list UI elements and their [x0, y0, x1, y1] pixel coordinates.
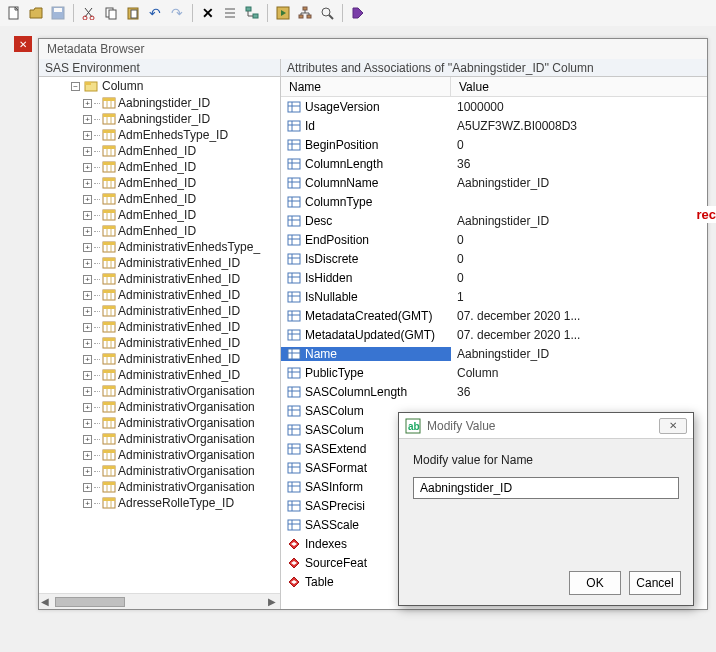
expand-icon[interactable]: +	[83, 99, 92, 108]
attribute-row[interactable]: MetadataUpdated(GMT)07. december 2020 1.…	[281, 325, 707, 344]
scrollbar-thumb[interactable]	[55, 597, 125, 607]
tree-item[interactable]: +AdministrativEnhed_ID	[39, 255, 280, 271]
expand-icon[interactable]: +	[83, 179, 92, 188]
tree-item[interactable]: +AdministrativEnhed_ID	[39, 367, 280, 383]
cancel-button[interactable]: Cancel	[629, 571, 681, 595]
expand-icon[interactable]: +	[83, 467, 92, 476]
expand-icon[interactable]: +	[83, 275, 92, 284]
tree-item[interactable]: +AdministrativOrganisation	[39, 447, 280, 463]
collapse-icon[interactable]: −	[71, 82, 80, 91]
attribute-row[interactable]: DescAabningstider_ID	[281, 211, 707, 230]
expand-icon[interactable]: +	[83, 403, 92, 412]
tree-icon[interactable]	[242, 3, 262, 23]
tree-item[interactable]: +AdministrativEnhed_ID	[39, 335, 280, 351]
attribute-row[interactable]: IsDiscrete0	[281, 249, 707, 268]
help-icon[interactable]	[348, 3, 368, 23]
tree-item[interactable]: +AdministrativOrganisation	[39, 463, 280, 479]
column-header-name[interactable]: Name	[281, 77, 451, 96]
expand-icon[interactable]: +	[83, 243, 92, 252]
expand-icon[interactable]: +	[83, 387, 92, 396]
tree-item[interactable]: +AdministrativEnhed_ID	[39, 287, 280, 303]
run-icon[interactable]	[273, 3, 293, 23]
attribute-row[interactable]: EndPosition0	[281, 230, 707, 249]
expand-icon[interactable]: +	[83, 323, 92, 332]
attribute-row[interactable]: ColumnType	[281, 192, 707, 211]
tree-item[interactable]: +AdmEnhedsType_ID	[39, 127, 280, 143]
tree-item[interactable]: +AdministrativOrganisation	[39, 383, 280, 399]
tree-item[interactable]: +AdministrativEnhed_ID	[39, 303, 280, 319]
tree-node-column[interactable]: − Column	[39, 77, 280, 95]
tree-item[interactable]: +AdministrativEnhed_ID	[39, 351, 280, 367]
tree-item[interactable]: +AdministrativEnhed_ID	[39, 319, 280, 335]
tree-item[interactable]: +AdmEnhed_ID	[39, 143, 280, 159]
ok-button[interactable]: OK	[569, 571, 621, 595]
expand-icon[interactable]: +	[83, 307, 92, 316]
tree-item[interactable]: +AdmEnhed_ID	[39, 207, 280, 223]
attribute-row[interactable]: IsHidden0	[281, 268, 707, 287]
expand-icon[interactable]: +	[83, 451, 92, 460]
separator-icon	[73, 4, 74, 22]
expand-icon[interactable]: +	[83, 115, 92, 124]
expand-icon[interactable]: +	[83, 211, 92, 220]
tree-item[interactable]: +AdministrativOrganisation	[39, 479, 280, 495]
expand-icon[interactable]: +	[83, 435, 92, 444]
tree-item[interactable]: +AdmEnhed_ID	[39, 175, 280, 191]
attribute-row[interactable]: PublicTypeColumn	[281, 363, 707, 382]
separator-icon	[192, 4, 193, 22]
attribute-row[interactable]: ColumnNameAabningstider_ID	[281, 173, 707, 192]
expand-icon[interactable]: +	[83, 227, 92, 236]
expand-icon[interactable]: +	[83, 163, 92, 172]
attribute-row[interactable]: BeginPosition0	[281, 135, 707, 154]
expand-icon[interactable]: +	[83, 259, 92, 268]
expand-icon[interactable]: +	[83, 291, 92, 300]
attribute-row[interactable]: SASColumnLength36	[281, 382, 707, 401]
find-icon[interactable]	[317, 3, 337, 23]
dialog-titlebar[interactable]: ab Modify Value ✕	[399, 413, 693, 439]
paste-icon[interactable]	[123, 3, 143, 23]
new-icon[interactable]	[4, 3, 24, 23]
attribute-row[interactable]: NameAabningstider_ID	[281, 344, 707, 363]
horizontal-scrollbar[interactable]: ◀ ▶	[39, 593, 280, 609]
expand-icon[interactable]: +	[83, 419, 92, 428]
modify-value-input[interactable]	[413, 477, 679, 499]
attribute-row[interactable]: IsNullable1	[281, 287, 707, 306]
tree-item[interactable]: +AdministrativEnhedsType_	[39, 239, 280, 255]
expand-icon[interactable]: +	[83, 195, 92, 204]
list-icon[interactable]	[220, 3, 240, 23]
tree-item[interactable]: +AdministrativOrganisation	[39, 431, 280, 447]
cut-icon[interactable]	[79, 3, 99, 23]
save-icon[interactable]	[48, 3, 68, 23]
tree-item[interactable]: +AdministrativOrganisation	[39, 415, 280, 431]
expand-icon[interactable]: +	[83, 499, 92, 508]
attribute-row[interactable]: MetadataCreated(GMT)07. december 2020 1.…	[281, 306, 707, 325]
attribute-row[interactable]: ColumnLength36	[281, 154, 707, 173]
expand-icon[interactable]: +	[83, 131, 92, 140]
tree-item[interactable]: +AdmEnhed_ID	[39, 191, 280, 207]
expand-icon[interactable]: +	[83, 371, 92, 380]
open-icon[interactable]	[26, 3, 46, 23]
dialog-close-button[interactable]: ✕	[659, 418, 687, 434]
property-icon	[287, 442, 301, 456]
attribute-row[interactable]: UsageVersion1000000	[281, 97, 707, 116]
tree-item[interactable]: +Aabningstider_ID	[39, 111, 280, 127]
undo-icon[interactable]: ↶	[145, 3, 165, 23]
tree-item[interactable]: +AdresseRolleType_ID	[39, 495, 280, 511]
expand-icon[interactable]: +	[83, 355, 92, 364]
tree-item[interactable]: +AdmEnhed_ID	[39, 159, 280, 175]
column-header-value[interactable]: Value	[451, 77, 707, 96]
expand-icon[interactable]: +	[83, 339, 92, 348]
tree-item[interactable]: +AdministrativOrganisation	[39, 399, 280, 415]
close-tab-button[interactable]: ✕	[14, 36, 32, 52]
copy-icon[interactable]	[101, 3, 121, 23]
tree-scroll[interactable]: − Column +Aabningstider_ID+Aabningstider…	[39, 77, 280, 593]
svg-rect-182	[288, 387, 300, 397]
delete-icon[interactable]: ✕	[198, 3, 218, 23]
tree-item[interactable]: +Aabningstider_ID	[39, 95, 280, 111]
expand-icon[interactable]: +	[83, 147, 92, 156]
org-icon[interactable]	[295, 3, 315, 23]
redo-icon[interactable]: ↷	[167, 3, 187, 23]
attribute-row[interactable]: IdA5UZF3WZ.BI0008D3	[281, 116, 707, 135]
expand-icon[interactable]: +	[83, 483, 92, 492]
tree-item[interactable]: +AdmEnhed_ID	[39, 223, 280, 239]
tree-item[interactable]: +AdministrativEnhed_ID	[39, 271, 280, 287]
